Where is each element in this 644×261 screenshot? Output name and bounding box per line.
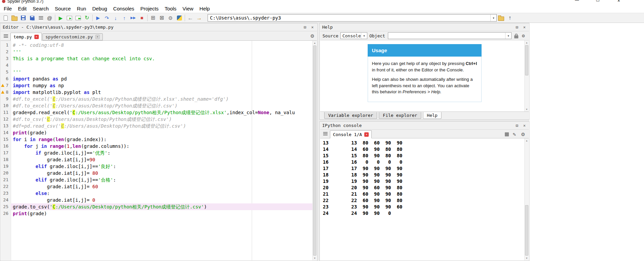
step-into-icon[interactable]: ↓	[111, 13, 120, 22]
run-cell-icon[interactable]	[65, 13, 74, 22]
code-line-8[interactable]: 8import matplotlib.pyplot as plt	[1, 89, 317, 96]
save-all-icon[interactable]	[28, 13, 36, 22]
code-line-5[interactable]: 5'''	[1, 69, 317, 75]
symbol-finder-icon[interactable]: @	[45, 13, 54, 22]
code-line-25[interactable]: 25grade.to_csv('C:/Users/asus/Desktop/py…	[1, 203, 317, 210]
menu-source[interactable]: Source	[52, 5, 74, 12]
run-file-icon[interactable]: ▶	[56, 13, 65, 22]
continue-execution-icon[interactable]: ▶▶	[129, 13, 137, 22]
scrollbar-thumb[interactable]	[525, 205, 528, 256]
code-line-17[interactable]: 17 if grade.iloc[i,j]=='优秀':	[1, 150, 317, 156]
code-editor[interactable]: 1# -*- coding:utf-82'''3This is a progra…	[1, 41, 317, 260]
console-output[interactable]: 13 13 80 60 90 9014 14 60 90 80 8015 15 …	[320, 138, 529, 260]
rerun-cell-icon[interactable]: ↻	[83, 13, 91, 22]
file-switcher-icon[interactable]	[36, 13, 45, 22]
maximize-icon[interactable]	[590, 0, 606, 3]
forward-icon[interactable]: →	[195, 13, 204, 22]
tab-file-explorer[interactable]: File explorer	[379, 112, 421, 119]
menu-edit[interactable]: Edit	[15, 5, 30, 12]
source-select[interactable]: Console	[340, 32, 367, 39]
browse-tabs-icon[interactable]	[2, 33, 9, 39]
undock-pane-icon[interactable]	[515, 123, 519, 128]
code-line-11[interactable]: 11grade=pd.read_excel('C:/Users/asus/Des…	[1, 109, 317, 116]
object-combobox[interactable]	[388, 32, 512, 39]
browse-tabs-icon[interactable]	[321, 130, 329, 137]
scroll-down-icon[interactable]	[313, 256, 317, 260]
menu-debug[interactable]: Debug	[89, 5, 110, 12]
new-file-icon[interactable]	[1, 13, 10, 22]
code-line-21[interactable]: 21 elif grade.iloc[i,j]=='合格':	[1, 176, 317, 183]
maximize-pane-icon[interactable]: ⊞	[149, 13, 157, 22]
code-line-24[interactable]: 24 grade.iat[i,j]= 0	[1, 197, 317, 203]
code-line-4[interactable]: 4	[1, 62, 317, 69]
chevron-down-icon[interactable]	[505, 33, 511, 39]
chevron-down-icon[interactable]	[361, 33, 367, 39]
editor-tab[interactable]: temp.py	[10, 33, 42, 41]
menu-file[interactable]: File	[1, 5, 15, 12]
console-tab[interactable]: Console 1/A	[330, 130, 372, 138]
code-line-15[interactable]: 15for i in range(len(grade.index)):	[1, 136, 317, 143]
tab-close-icon[interactable]	[95, 35, 100, 39]
tab-close-icon[interactable]	[34, 35, 39, 39]
tab-close-icon[interactable]	[364, 132, 369, 137]
preferences-icon[interactable]: ⚙	[166, 13, 175, 22]
code-line-2[interactable]: 2'''	[1, 48, 317, 55]
help-options-gear-icon[interactable]	[520, 33, 526, 38]
python-path-manager-icon[interactable]	[175, 13, 184, 22]
code-line-22[interactable]: 22 grade.iat[i,j]= 60	[1, 183, 317, 190]
code-line-18[interactable]: 18 grade.iat[i,j]=90	[1, 156, 317, 163]
new-console-icon[interactable]	[513, 132, 516, 137]
undock-pane-icon[interactable]	[303, 25, 307, 30]
back-icon[interactable]: ←	[186, 13, 195, 22]
scroll-up-icon[interactable]	[525, 40, 529, 45]
lock-icon[interactable]	[514, 35, 518, 38]
step-return-icon[interactable]: ↑	[120, 13, 129, 22]
menu-consoles[interactable]: Consoles	[110, 5, 137, 12]
interrupt-kernel-icon[interactable]	[505, 132, 509, 136]
code-line-3[interactable]: 3This is a programe that can change exce…	[1, 55, 317, 62]
step-over-icon[interactable]: ↷	[102, 13, 111, 22]
tab-help[interactable]: Help	[423, 112, 441, 119]
menu-run[interactable]: Run	[74, 5, 89, 12]
editor-options-gear-icon[interactable]	[310, 33, 314, 39]
scroll-down-icon[interactable]	[525, 256, 529, 260]
code-line-10[interactable]: 10#df.to_excel('C:/Users/asus/Desktop/Py…	[1, 102, 317, 109]
code-line-23[interactable]: 23 else:	[1, 190, 317, 197]
menu-tools[interactable]: Tools	[162, 5, 180, 12]
undock-pane-icon[interactable]	[515, 25, 519, 30]
stop-debug-icon[interactable]: ■	[137, 13, 146, 22]
close-icon[interactable]	[611, 0, 627, 3]
scroll-up-icon[interactable]	[313, 41, 317, 45]
menu-projects[interactable]: Projects	[137, 5, 161, 12]
editor-tab[interactable]: spydercustomize.py	[42, 33, 103, 40]
close-pane-icon[interactable]	[522, 25, 527, 30]
parent-directory-button[interactable]	[505, 13, 514, 22]
code-line-16[interactable]: 16 for j in range(1,len(grade.columns)):	[1, 143, 317, 150]
save-file-icon[interactable]	[19, 13, 28, 22]
console-options-gear-icon[interactable]	[520, 132, 526, 137]
scrollbar-thumb[interactable]	[313, 45, 316, 256]
menu-help[interactable]: Help	[196, 5, 213, 12]
fullscreen-icon[interactable]: ⊠	[157, 13, 166, 22]
minimize-icon[interactable]	[569, 0, 585, 3]
code-line-9[interactable]: 9#df.to_excel('C:/Users/asus/Desktop/Pyt…	[1, 96, 317, 102]
menu-search[interactable]: Search	[30, 5, 52, 12]
code-line-13[interactable]: 13#df=pd.read_csv('C:/Users/asus/Desktop…	[1, 123, 317, 129]
chevron-down-icon[interactable]	[490, 14, 496, 21]
code-line-19[interactable]: 19 elif grade.iloc[i,j]=='良好':	[1, 163, 317, 170]
code-line-6[interactable]: 6import pandas as pd	[1, 75, 317, 82]
code-line-20[interactable]: 20 grade.iat[i,j]= 80	[1, 170, 317, 176]
code-line-12[interactable]: 12#df.to_csv('C:/Users/asus/Desktop/Pyth…	[1, 116, 317, 123]
tab-variable-explorer[interactable]: Variable explorer	[324, 112, 377, 119]
close-pane-icon[interactable]	[310, 25, 315, 30]
code-line-7[interactable]: 7import numpy as np	[1, 82, 317, 89]
code-line-1[interactable]: 1# -*- coding:utf-8	[1, 42, 317, 48]
debug-file-icon[interactable]: ▶	[94, 13, 102, 22]
open-file-icon[interactable]	[10, 13, 19, 22]
close-pane-icon[interactable]	[522, 123, 527, 128]
scroll-up-icon[interactable]	[525, 138, 529, 143]
code-line-14[interactable]: 14print(grade)	[1, 129, 317, 136]
scrollbar-thumb[interactable]	[525, 45, 528, 75]
run-cell-advance-icon[interactable]	[74, 13, 83, 22]
help-scrollbar[interactable]	[524, 40, 529, 111]
